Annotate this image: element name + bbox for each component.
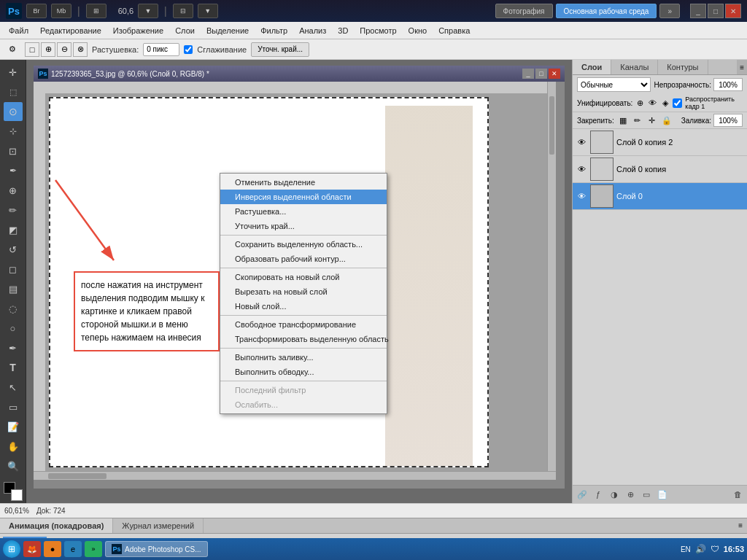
ps-taskbar-btn[interactable]: Ps Adobe Photoshop CS...	[105, 541, 208, 557]
type-tool[interactable]: T	[4, 358, 23, 377]
propagate-checkbox[interactable]	[673, 98, 682, 108]
pen-tool[interactable]: ✒	[4, 338, 23, 357]
crop-tool[interactable]: ⊡	[4, 141, 23, 160]
move-tool[interactable]: ✛	[4, 63, 23, 82]
magic-wand-tool[interactable]: ⊹	[4, 122, 23, 141]
ctx-copy-layer[interactable]: Скопировать на новый слой	[220, 270, 387, 284]
menu-item-слои[interactable]: Слои	[169, 25, 201, 36]
screen-mode2-btn[interactable]: ▼	[198, 4, 218, 18]
add-adjustment-icon[interactable]: ⊕	[624, 488, 637, 501]
ctx-invert[interactable]: Инверсия выделенной области	[220, 190, 387, 204]
eraser-tool[interactable]: ◻	[4, 260, 23, 279]
ctx-cut-layer[interactable]: Вырезать на новый слой	[220, 284, 387, 299]
bottom-panel-menu[interactable]: ≡	[734, 518, 747, 533]
tool-options-icon[interactable]: ⚙	[4, 42, 20, 58]
sel-mode4-btn[interactable]: ⊗	[73, 42, 88, 57]
arrange-btn[interactable]: ⊞	[86, 4, 107, 18]
layer-eye-copy[interactable]: 👁	[576, 163, 587, 175]
add-group-icon[interactable]: ▭	[640, 488, 653, 501]
notes-tool[interactable]: 📝	[4, 417, 23, 436]
taskbar-icon2[interactable]: ●	[44, 541, 61, 557]
ctx-new-layer[interactable]: Новый слой...	[220, 299, 387, 314]
lasso-tool[interactable]: ⊙	[4, 102, 23, 121]
path-selection-tool[interactable]: ↖	[4, 378, 23, 397]
menu-item-3d[interactable]: 3D	[332, 25, 354, 36]
workspace-main-btn[interactable]: Основная рабочая среда	[556, 4, 657, 18]
unify-style-icon[interactable]: ◈	[660, 97, 670, 109]
refine-edge-btn[interactable]: Уточн. край...	[251, 42, 309, 57]
gradient-tool[interactable]: ▤	[4, 279, 23, 298]
lock-all-icon[interactable]: 🔒	[661, 114, 673, 126]
sel-mode3-btn[interactable]: ⊖	[57, 42, 71, 57]
zoom-btn[interactable]: ▼	[138, 4, 158, 18]
unify-pos-icon[interactable]: ⊕	[635, 97, 645, 109]
start-button[interactable]: ⊞	[3, 540, 20, 558]
marquee-tool[interactable]: ⬚	[4, 82, 23, 101]
layer-item-copy[interactable]: 👁 Слой 0 копия	[573, 156, 747, 183]
scrollbar-horizontal[interactable]	[34, 471, 556, 480]
tab-channels[interactable]: Каналы	[611, 60, 658, 74]
blend-mode-select[interactable]: Обычные	[577, 77, 651, 92]
zoom-tool[interactable]: 🔍	[4, 456, 23, 475]
tab-layers[interactable]: Слои	[573, 60, 611, 74]
menu-item-окно[interactable]: Окно	[403, 25, 433, 36]
shape-tool[interactable]: ▭	[4, 397, 23, 416]
screen-mode-btn[interactable]: ⊟	[173, 4, 193, 18]
scrollbar-vertical[interactable]	[547, 82, 556, 480]
brush-tool[interactable]: ✏	[4, 201, 23, 219]
ctx-refine[interactable]: Уточнить край...	[220, 219, 387, 233]
sel-mode1-btn[interactable]: □	[25, 42, 39, 57]
canvas-minimize-btn[interactable]: _	[522, 69, 534, 79]
close-btn[interactable]: ✕	[725, 4, 741, 18]
menu-item-просмотр[interactable]: Просмотр	[354, 25, 402, 36]
hand-tool[interactable]: ✋	[4, 437, 23, 456]
menu-item-фильтр[interactable]: Фильтр	[255, 25, 293, 36]
fill-input[interactable]	[713, 114, 743, 127]
opacity-input[interactable]	[713, 78, 743, 91]
menu-item-редактирование[interactable]: Редактирование	[34, 25, 107, 36]
lock-paint-icon[interactable]: ✏	[632, 114, 643, 126]
layer-item-base[interactable]: 👁 Слой 0	[573, 183, 747, 210]
stamp-tool[interactable]: ◩	[4, 220, 23, 239]
taskbar-icon4[interactable]: »	[85, 541, 102, 557]
ctx-fill[interactable]: Выполнить заливку...	[220, 350, 387, 365]
tab-measurements[interactable]: Журнал измерений	[113, 518, 204, 533]
canvas-close-btn[interactable]: ✕	[549, 69, 560, 79]
taskbar-icon1[interactable]: 🦊	[23, 541, 41, 557]
panel-menu-btn[interactable]: ≡	[737, 62, 747, 73]
tab-paths[interactable]: Контуры	[658, 60, 708, 74]
add-layer-icon[interactable]: 📄	[656, 488, 669, 501]
feather-input[interactable]	[143, 43, 179, 56]
menu-item-изображение[interactable]: Изображение	[107, 25, 169, 36]
canvas-maximize-btn[interactable]: □	[535, 69, 547, 79]
ctx-transform-sel[interactable]: Трансформировать выделенную область	[220, 332, 387, 346]
history-brush-tool[interactable]: ↺	[4, 240, 23, 259]
lock-transparent-icon[interactable]: ▦	[617, 114, 629, 126]
lock-move-icon[interactable]: ✛	[646, 114, 658, 126]
menu-item-анализ[interactable]: Анализ	[293, 25, 332, 36]
ctx-feather[interactable]: Растушевка...	[220, 204, 387, 219]
ctx-stroke[interactable]: Выполнить обводку...	[220, 365, 387, 379]
minibr-btn[interactable]: Mb	[51, 4, 71, 18]
ctx-save-sel[interactable]: Сохранить выделенную область...	[220, 237, 387, 252]
add-style-icon[interactable]: ƒ	[592, 488, 605, 501]
tab-animation[interactable]: Анимация (покадровая)	[0, 518, 113, 533]
eyedropper-tool[interactable]: ✒	[4, 161, 23, 180]
dodge-tool[interactable]: ○	[4, 319, 23, 338]
smooth-checkbox[interactable]	[184, 45, 193, 54]
sel-mode2-btn[interactable]: ⊕	[41, 42, 55, 57]
foreground-background-colors[interactable]	[4, 482, 23, 501]
workspace-more-btn[interactable]: »	[659, 4, 680, 18]
layer-eye-copy2[interactable]: 👁	[576, 136, 587, 148]
layer-item-copy2[interactable]: 👁 Слой 0 копия 2	[573, 129, 747, 156]
layer-eye-base[interactable]: 👁	[576, 190, 587, 202]
ctx-free-transform[interactable]: Свободное трансформирование	[220, 317, 387, 332]
blur-tool[interactable]: ◌	[4, 299, 23, 318]
add-mask-icon[interactable]: ◑	[608, 488, 621, 501]
unify-vis-icon[interactable]: 👁	[648, 97, 657, 109]
taskbar-icon3[interactable]: e	[64, 541, 82, 557]
menu-item-справка[interactable]: Справка	[433, 25, 476, 36]
ctx-deselect[interactable]: Отменить выделение	[220, 175, 387, 190]
menu-item-файл[interactable]: Файл	[3, 25, 34, 36]
bridge-btn[interactable]: Br	[26, 4, 47, 18]
